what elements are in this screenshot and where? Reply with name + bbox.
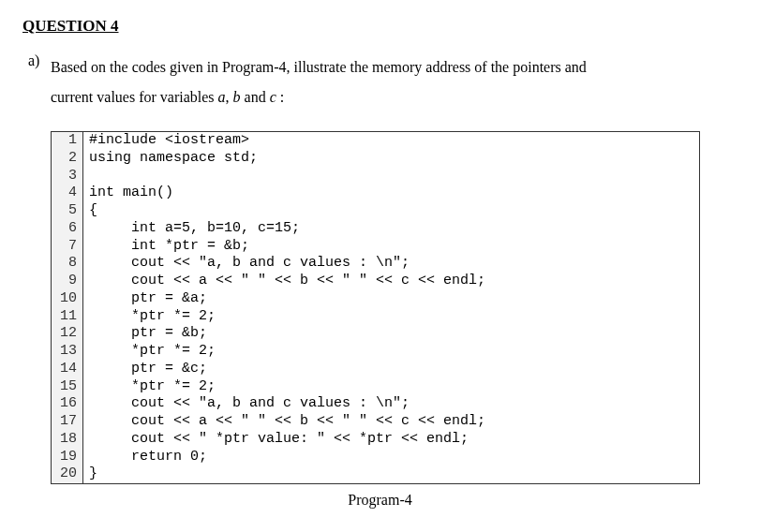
- sep-2: and: [241, 89, 270, 105]
- code-text: *ptr *= 2;: [83, 378, 216, 396]
- code-line: 14 ptr = &c;: [52, 361, 699, 378]
- code-text: return 0;: [83, 449, 207, 466]
- code-line: 17 cout << a << " " << b << " " << c << …: [52, 413, 699, 431]
- code-text: int a=5, b=10, c=15;: [83, 220, 300, 238]
- line-number: 15: [52, 378, 83, 396]
- var-c: c: [270, 89, 276, 105]
- var-b: b: [233, 89, 241, 105]
- code-text: *ptr *= 2;: [83, 308, 216, 326]
- line-number: 4: [52, 185, 83, 202]
- code-text: ptr = &c;: [83, 361, 207, 378]
- line-number: 1: [52, 132, 83, 150]
- code-caption: Program-4: [22, 492, 738, 509]
- line-number: 17: [52, 413, 83, 431]
- code-text: {: [83, 202, 97, 220]
- code-text: cout << a << " " << b << " " << c << end…: [83, 413, 485, 431]
- prompt-line-2-post: :: [276, 89, 284, 105]
- line-number: 2: [52, 150, 83, 168]
- code-text: int *ptr = &b;: [83, 238, 249, 256]
- code-line: 7 int *ptr = &b;: [52, 238, 699, 256]
- question-heading: QUESTION 4: [22, 17, 738, 36]
- code-line: 19 return 0;: [52, 449, 699, 466]
- prompt-line-2-pre: current values for variables: [51, 89, 218, 105]
- line-number: 6: [52, 220, 83, 238]
- line-number: 10: [52, 290, 83, 308]
- line-number: 9: [52, 273, 83, 290]
- line-number: 13: [52, 343, 83, 361]
- code-line: 8 cout << "a, b and c values : \n";: [52, 255, 699, 273]
- code-listing: 1#include <iostream> 2using namespace st…: [51, 131, 700, 484]
- var-a: a: [218, 89, 226, 105]
- code-text: *ptr *= 2;: [83, 343, 216, 361]
- code-line: 2using namespace std;: [52, 150, 699, 168]
- code-line: 3: [52, 168, 699, 185]
- line-number: 3: [52, 168, 83, 185]
- question-item: a) Based on the codes given in Program-4…: [28, 52, 738, 112]
- code-text: using namespace std;: [83, 150, 258, 168]
- line-number: 19: [52, 449, 83, 466]
- item-letter: a): [28, 52, 51, 69]
- code-line: 9 cout << a << " " << b << " " << c << e…: [52, 273, 699, 290]
- line-number: 8: [52, 255, 83, 273]
- code-line: 5{: [52, 202, 699, 220]
- line-number: 18: [52, 431, 83, 449]
- code-line: 20}: [52, 466, 699, 483]
- code-line: 13 *ptr *= 2;: [52, 343, 699, 361]
- sep-1: ,: [226, 89, 233, 105]
- code-line: 18 cout << " *ptr value: " << *ptr << en…: [52, 431, 699, 449]
- line-number: 12: [52, 325, 83, 343]
- code-line: 10 ptr = &a;: [52, 290, 699, 308]
- code-line: 15 *ptr *= 2;: [52, 378, 699, 396]
- code-text: cout << " *ptr value: " << *ptr << endl;: [83, 431, 469, 449]
- line-number: 11: [52, 308, 83, 326]
- code-line: 12 ptr = &b;: [52, 325, 699, 343]
- code-text: cout << "a, b and c values : \n";: [83, 395, 410, 413]
- line-number: 5: [52, 202, 83, 220]
- code-text: ptr = &a;: [83, 290, 207, 308]
- code-line: 4int main(): [52, 185, 699, 202]
- code-text: cout << "a, b and c values : \n";: [83, 255, 410, 273]
- line-number: 16: [52, 395, 83, 413]
- question-text: Based on the codes given in Program-4, i…: [51, 52, 587, 112]
- code-line: 11 *ptr *= 2;: [52, 308, 699, 326]
- line-number: 14: [52, 361, 83, 378]
- code-text: int main(): [83, 185, 173, 202]
- code-line: 6 int a=5, b=10, c=15;: [52, 220, 699, 238]
- code-line: 1#include <iostream>: [52, 132, 699, 150]
- code-line: 16 cout << "a, b and c values : \n";: [52, 395, 699, 413]
- line-number: 7: [52, 238, 83, 256]
- prompt-line-1: Based on the codes given in Program-4, i…: [51, 59, 587, 75]
- code-text: ptr = &b;: [83, 325, 207, 343]
- line-number: 20: [52, 466, 83, 483]
- code-text: #include <iostream>: [83, 132, 249, 150]
- code-text: }: [83, 466, 97, 483]
- code-text: cout << a << " " << b << " " << c << end…: [83, 273, 485, 290]
- code-text: [83, 168, 89, 185]
